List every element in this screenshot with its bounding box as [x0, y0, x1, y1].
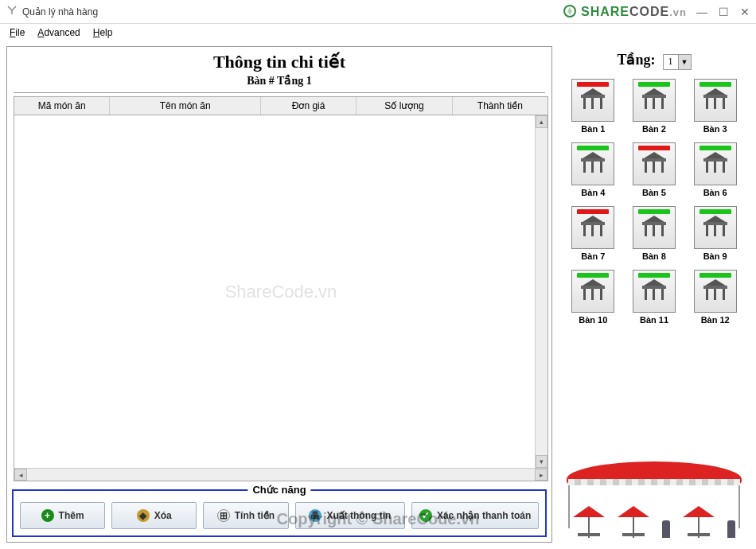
table-label: Bàn 4 [568, 188, 618, 197]
table-button-11[interactable] [633, 270, 676, 313]
table-button-6[interactable] [694, 142, 737, 185]
table-button-12[interactable] [694, 270, 737, 313]
table-icon [578, 278, 608, 306]
watermark-center: ShareCode.vn [225, 282, 337, 302]
svg-rect-38 [645, 225, 647, 236]
titlebar: Quản lý nhà hàng SHARECODE.vn — ☐ ✕ [0, 0, 756, 24]
svg-marker-16 [583, 152, 603, 158]
table-button-10[interactable] [571, 270, 614, 313]
scroll-right-icon[interactable]: ▸ [535, 469, 548, 481]
svg-rect-27 [703, 158, 727, 162]
table-label: Bàn 3 [690, 124, 740, 134]
table-button-1[interactable] [571, 79, 614, 122]
close-button[interactable]: ✕ [740, 6, 750, 18]
export-button[interactable]: 🖶 Xuất thông tin [295, 502, 406, 529]
menu-advanced[interactable]: Advanced [33, 25, 84, 40]
col-name[interactable]: Tên món ăn [110, 97, 261, 115]
svg-marker-1 [583, 88, 603, 95]
svg-rect-4 [591, 98, 594, 109]
col-code[interactable]: Mã món ăn [14, 97, 110, 115]
table-label: Bàn 5 [629, 188, 680, 197]
svg-marker-51 [644, 279, 664, 286]
table-button-2[interactable] [633, 79, 676, 122]
floor-label: Tầng: [617, 52, 655, 68]
vertical-scrollbar[interactable]: ▴ ▾ [535, 115, 548, 468]
svg-marker-46 [583, 279, 603, 286]
calculate-button[interactable]: ⊞ Tính tiền [203, 502, 288, 529]
svg-rect-14 [714, 98, 716, 109]
app-icon [6, 5, 18, 18]
table-icon [639, 278, 669, 306]
svg-rect-58 [706, 289, 708, 300]
svg-rect-34 [591, 225, 594, 236]
minimize-button[interactable]: — [696, 6, 707, 18]
scroll-up-icon[interactable]: ▴ [536, 115, 548, 128]
scroll-down-icon[interactable]: ▾ [536, 455, 548, 468]
svg-rect-15 [723, 98, 725, 109]
svg-rect-40 [661, 225, 664, 236]
svg-rect-50 [600, 289, 602, 300]
svg-rect-23 [645, 162, 647, 173]
table-body[interactable]: ShareCode.vn ▴ ▾ [14, 115, 548, 468]
table-button-4[interactable] [571, 142, 614, 185]
svg-rect-24 [653, 162, 655, 173]
confirm-payment-button[interactable]: ✓ Xác nhận thanh toán [411, 502, 539, 529]
svg-rect-25 [661, 162, 664, 173]
delete-button[interactable]: ◆ Xóa [111, 502, 197, 529]
col-total[interactable]: Thành tiền [453, 97, 548, 115]
floor-combobox[interactable]: 1 ▼ [663, 54, 692, 70]
table-button-9[interactable] [694, 206, 737, 249]
table-label: Bàn 1 [568, 124, 618, 134]
svg-marker-26 [705, 152, 726, 158]
maximize-button[interactable]: ☐ [719, 6, 729, 18]
svg-rect-7 [642, 95, 666, 98]
col-price[interactable]: Đơn giá [261, 97, 357, 115]
add-button[interactable]: + Thêm [20, 502, 105, 529]
svg-marker-56 [705, 279, 726, 286]
svg-marker-21 [644, 152, 664, 158]
svg-rect-52 [642, 286, 666, 289]
svg-marker-36 [644, 216, 664, 222]
table-button-8[interactable] [633, 206, 676, 249]
svg-rect-37 [642, 222, 666, 225]
table-icon [578, 87, 608, 115]
svg-rect-17 [581, 158, 605, 162]
eraser-icon: ◆ [137, 509, 150, 522]
col-qty[interactable]: Số lượng [357, 97, 452, 115]
table-icon [578, 214, 608, 242]
table-icon [639, 150, 669, 178]
svg-rect-59 [714, 289, 716, 300]
functions-legend: Chức năng [247, 484, 310, 496]
svg-rect-42 [703, 222, 727, 225]
table-icon [700, 214, 731, 242]
table-label: Bàn 7 [568, 251, 618, 261]
svg-rect-5 [600, 98, 602, 109]
svg-rect-10 [661, 98, 664, 109]
svg-marker-6 [644, 88, 664, 95]
table-icon [700, 150, 731, 178]
menu-file[interactable]: File [5, 25, 29, 40]
chevron-down-icon[interactable]: ▼ [678, 55, 691, 69]
table-icon [700, 87, 731, 115]
table-icon [700, 278, 731, 306]
svg-rect-29 [714, 162, 716, 173]
svg-rect-2 [581, 95, 605, 98]
svg-rect-32 [581, 222, 605, 225]
scroll-left-icon[interactable]: ◂ [14, 469, 27, 481]
svg-rect-48 [583, 289, 586, 300]
table-button-7[interactable] [571, 206, 614, 249]
horizontal-scrollbar[interactable]: ◂ ▸ [14, 468, 548, 481]
svg-rect-39 [653, 225, 655, 236]
details-subtitle: Bàn # Tầng 1 [7, 74, 551, 88]
svg-rect-30 [723, 162, 725, 173]
svg-rect-60 [723, 289, 725, 300]
details-title: Thông tin chi tiết [7, 52, 551, 72]
functions-group: Chức năng + Thêm ◆ Xóa ⊞ Tính tiền 🖶 Xuấ… [12, 489, 547, 537]
table-icon [639, 87, 669, 115]
table-button-3[interactable] [694, 79, 737, 122]
table-icon [639, 214, 669, 242]
menu-help[interactable]: Help [88, 25, 118, 40]
restaurant-illustration [559, 447, 750, 543]
table-button-5[interactable] [633, 142, 676, 185]
svg-rect-55 [661, 289, 664, 300]
